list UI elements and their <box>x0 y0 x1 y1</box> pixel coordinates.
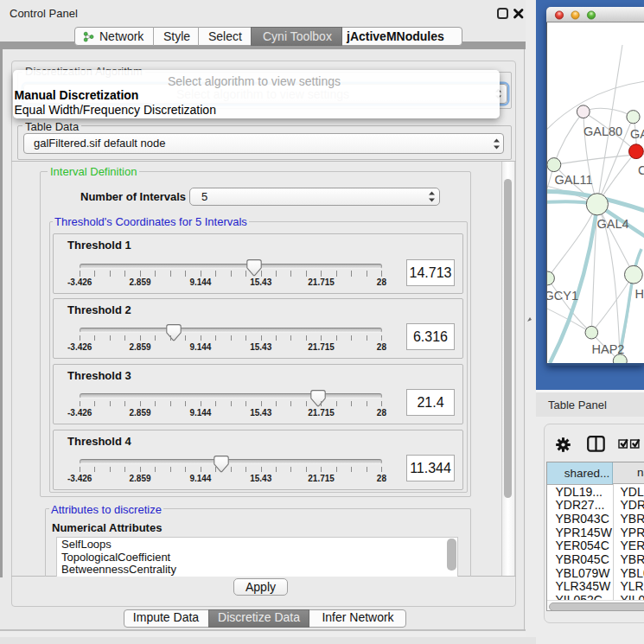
svg-text:GAL4: GAL4 <box>597 217 629 231</box>
svg-text:HAP2: HAP2 <box>592 342 625 356</box>
svg-text:GAL11: GAL11 <box>555 173 593 187</box>
svg-text:H: H <box>635 287 644 301</box>
svg-text:GAL80: GAL80 <box>583 124 622 138</box>
svg-text:GCY1: GCY1 <box>547 289 578 303</box>
svg-text:GA: GA <box>630 127 644 141</box>
svg-text:C: C <box>638 163 644 177</box>
